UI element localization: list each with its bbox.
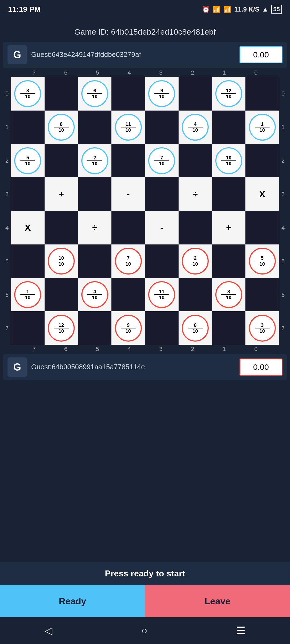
data-speed: 11.9 K/S: [234, 6, 259, 13]
piece-blue-2-10[interactable]: 210: [81, 147, 108, 174]
cell-2-3[interactable]: [111, 144, 145, 178]
piece-red-2-10[interactable]: 210: [182, 248, 209, 275]
cell-5-5[interactable]: 210: [179, 244, 212, 278]
cell-3-1[interactable]: +: [45, 177, 78, 211]
cell-2-0[interactable]: 510: [11, 144, 45, 178]
home-icon[interactable]: ○: [141, 625, 147, 636]
piece-blue-4-10[interactable]: 410: [182, 114, 209, 141]
cell-7-4[interactable]: [145, 311, 179, 345]
cell-5-2[interactable]: [78, 244, 112, 278]
cell-5-0[interactable]: [11, 244, 45, 278]
piece-blue-5-10[interactable]: 510: [14, 147, 41, 174]
cell-6-3[interactable]: [111, 278, 145, 312]
cell-1-5[interactable]: 410: [179, 111, 212, 144]
nav-bar: ◁ ○ ☰: [0, 617, 290, 644]
cell-5-1[interactable]: 1010: [45, 244, 78, 278]
cell-5-4[interactable]: [145, 244, 179, 278]
cell-2-7[interactable]: [245, 144, 279, 178]
cell-3-3[interactable]: -: [111, 177, 145, 211]
cell-6-7[interactable]: [245, 278, 279, 312]
piece-blue-12-10[interactable]: 1210: [215, 80, 242, 107]
leave-button[interactable]: Leave: [145, 585, 290, 617]
cell-2-2[interactable]: 210: [78, 144, 112, 178]
cell-6-1[interactable]: [45, 278, 78, 312]
cell-2-6[interactable]: 1010: [212, 144, 246, 178]
piece-red-7-10[interactable]: 710: [115, 248, 142, 275]
cell-5-7[interactable]: 510: [245, 244, 279, 278]
cell-0-5[interactable]: [179, 77, 212, 111]
cell-3-2[interactable]: [78, 177, 112, 211]
cell-1-0[interactable]: [11, 111, 45, 144]
cell-3-6[interactable]: [212, 177, 246, 211]
cell-7-2[interactable]: [78, 311, 112, 345]
triangle-icon: ▲: [262, 6, 269, 13]
cell-0-2[interactable]: 610: [78, 77, 112, 111]
cell-1-6[interactable]: [212, 111, 246, 144]
piece-blue-10-10[interactable]: 1010: [215, 147, 242, 174]
cell-4-7[interactable]: [245, 211, 279, 244]
piece-blue-1-10[interactable]: 110: [249, 114, 276, 141]
cell-7-6[interactable]: [212, 311, 246, 345]
cell-4-5[interactable]: [179, 211, 212, 244]
piece-red-9-10[interactable]: 910: [115, 315, 142, 342]
cell-2-5[interactable]: [179, 144, 212, 178]
piece-red-5-10[interactable]: 510: [249, 248, 276, 275]
menu-icon[interactable]: ☰: [236, 625, 245, 636]
signal-icon: 📶: [223, 6, 231, 13]
operator-X: X: [259, 189, 265, 199]
cell-4-4[interactable]: -: [145, 211, 179, 244]
cell-1-1[interactable]: 810: [45, 111, 78, 144]
cell-1-3[interactable]: 1110: [111, 111, 145, 144]
cell-0-4[interactable]: 910: [145, 77, 179, 111]
piece-red-8-10[interactable]: 810: [215, 281, 242, 308]
piece-blue-8-10[interactable]: 810: [48, 114, 75, 141]
cell-3-5[interactable]: ÷: [179, 177, 212, 211]
cell-0-7[interactable]: [245, 77, 279, 111]
cell-4-6[interactable]: +: [212, 211, 246, 244]
cell-5-6[interactable]: [212, 244, 246, 278]
piece-blue-11-10[interactable]: 1110: [115, 114, 142, 141]
cell-1-7[interactable]: 110: [245, 111, 279, 144]
cell-4-0[interactable]: X: [11, 211, 45, 244]
piece-blue-7-10[interactable]: 710: [148, 147, 175, 174]
chess-board[interactable]: 310610910121081011104101105102107101010+…: [11, 77, 279, 345]
piece-red-3-10[interactable]: 310: [249, 315, 276, 342]
cell-0-6[interactable]: 1210: [212, 77, 246, 111]
cell-3-4[interactable]: [145, 177, 179, 211]
cell-7-1[interactable]: 1210: [45, 311, 78, 345]
piece-red-6-10[interactable]: 610: [182, 315, 209, 342]
cell-5-3[interactable]: 710: [111, 244, 145, 278]
cell-2-1[interactable]: [45, 144, 78, 178]
cell-6-0[interactable]: 110: [11, 278, 45, 312]
piece-red-10-10[interactable]: 1010: [48, 248, 75, 275]
cell-3-7[interactable]: X: [245, 177, 279, 211]
piece-red-12-10[interactable]: 1210: [48, 315, 75, 342]
cell-1-2[interactable]: [78, 111, 112, 144]
cell-6-5[interactable]: [179, 278, 212, 312]
cell-6-2[interactable]: 410: [78, 278, 112, 312]
cell-4-1[interactable]: [45, 211, 78, 244]
cell-2-4[interactable]: 710: [145, 144, 179, 178]
cell-7-5[interactable]: 610: [179, 311, 212, 345]
player2-panel: G Guest:64b00508991aa15a7785114e 0.00: [3, 354, 287, 380]
cell-4-3[interactable]: [111, 211, 145, 244]
ready-button[interactable]: Ready: [0, 585, 145, 617]
piece-red-1-10[interactable]: 110: [14, 281, 41, 308]
cell-0-1[interactable]: [45, 77, 78, 111]
piece-blue-3-10[interactable]: 310: [14, 80, 41, 107]
piece-red-11-10[interactable]: 1110: [148, 281, 175, 308]
cell-7-7[interactable]: 310: [245, 311, 279, 345]
piece-blue-9-10[interactable]: 910: [148, 80, 175, 107]
piece-red-4-10[interactable]: 410: [81, 281, 108, 308]
cell-3-0[interactable]: [11, 177, 45, 211]
cell-0-3[interactable]: [111, 77, 145, 111]
piece-blue-6-10[interactable]: 610: [81, 80, 108, 107]
back-icon[interactable]: ◁: [45, 625, 52, 636]
cell-7-0[interactable]: [11, 311, 45, 345]
cell-6-6[interactable]: 810: [212, 278, 246, 312]
cell-4-2[interactable]: ÷: [78, 211, 112, 244]
cell-7-3[interactable]: 910: [111, 311, 145, 345]
cell-6-4[interactable]: 1110: [145, 278, 179, 312]
cell-0-0[interactable]: 310: [11, 77, 45, 111]
cell-1-4[interactable]: [145, 111, 179, 144]
